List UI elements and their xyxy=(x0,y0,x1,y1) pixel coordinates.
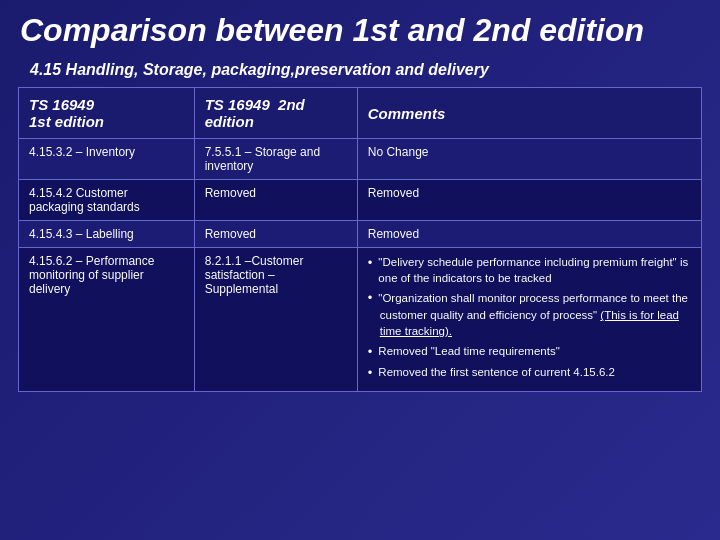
table-container: TS 169491st edition TS 16949 2ndedition … xyxy=(18,87,702,528)
cell-ts-second: 7.5.5.1 – Storage and inventory xyxy=(194,139,357,180)
page-title: Comparison between 1st and 2nd edition xyxy=(0,0,720,57)
header-col1: TS 169491st edition xyxy=(19,88,195,139)
cell-ts-second: 8.2.1.1 –Customer satisfaction – Supplem… xyxy=(194,248,357,392)
table-row: 4.15.4.3 – LabellingRemovedRemoved xyxy=(19,221,702,248)
page-subtitle: 4.15 Handling, Storage, packaging,preser… xyxy=(0,57,720,87)
cell-comments: No Change xyxy=(357,139,701,180)
cell-ts-second: Removed xyxy=(194,221,357,248)
header-col2: TS 16949 2ndedition xyxy=(194,88,357,139)
comparison-table: TS 169491st edition TS 16949 2ndedition … xyxy=(18,87,702,392)
bullet-item: Removed the first sentence of current 4.… xyxy=(368,364,691,382)
table-row: 4.15.4.2 Customer packaging standardsRem… xyxy=(19,180,702,221)
table-row: 4.15.6.2 – Performance monitoring of sup… xyxy=(19,248,702,392)
cell-comments: Removed xyxy=(357,180,701,221)
bullet-item: Removed "Lead time requirements" xyxy=(368,343,691,361)
cell-ts-first: 4.15.6.2 – Performance monitoring of sup… xyxy=(19,248,195,392)
table-row: 4.15.3.2 – Inventory7.5.5.1 – Storage an… xyxy=(19,139,702,180)
page: Comparison between 1st and 2nd edition 4… xyxy=(0,0,720,540)
bullet-item: "Delivery schedule performance including… xyxy=(368,254,691,286)
header-col3: Comments xyxy=(357,88,701,139)
cell-comments: "Delivery schedule performance including… xyxy=(357,248,701,392)
cell-ts-first: 4.15.4.3 – Labelling xyxy=(19,221,195,248)
cell-ts-second: Removed xyxy=(194,180,357,221)
bullet-item: "Organization shall monitor process perf… xyxy=(368,289,691,339)
cell-ts-first: 4.15.4.2 Customer packaging standards xyxy=(19,180,195,221)
cell-ts-first: 4.15.3.2 – Inventory xyxy=(19,139,195,180)
cell-comments: Removed xyxy=(357,221,701,248)
